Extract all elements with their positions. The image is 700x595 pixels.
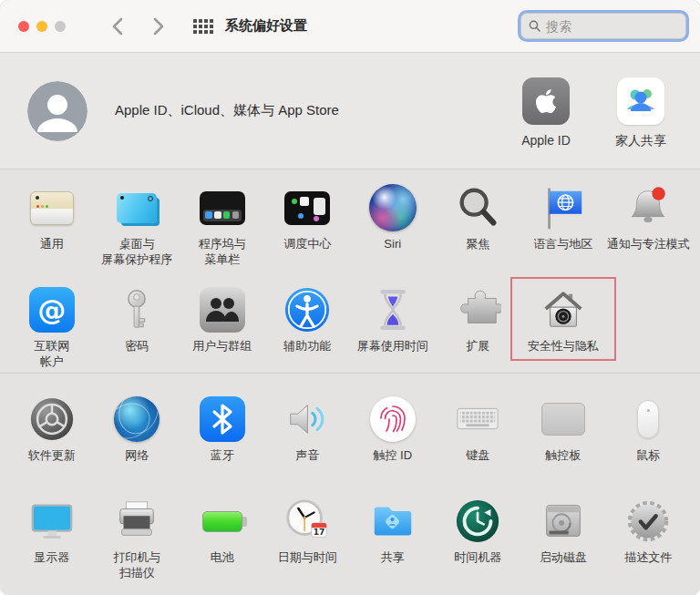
pref-label: 显示器 [34,550,69,566]
battery-icon [202,495,242,548]
pref-profiles[interactable]: 描述文件 [606,483,692,585]
pref-passwords[interactable]: 密码 [95,272,180,374]
pref-screen-time[interactable]: 屏幕使用时间 [350,272,436,374]
shortcut-label: Apple ID [521,133,571,148]
system-preferences-window: 系统偏好设置 Apple ID、iCloud、媒体与 App Store App… [0,0,700,595]
pref-startup-disk[interactable]: 启动磁盘 [520,483,606,585]
pref-label: 共享 [381,550,405,566]
pref-software-update[interactable]: 软件更新 [9,381,95,483]
pref-row-1: 通用 桌面与 屏幕保护程序 程序坞与 菜单栏 调度中心 Siri [0,169,700,272]
traffic-lights [18,21,66,32]
back-button[interactable] [106,15,128,37]
pref-label: 声音 [295,448,319,464]
pref-label: 描述文件 [624,550,672,566]
pref-extensions[interactable]: 扩展 [436,272,521,374]
minimize-button[interactable] [36,21,47,32]
pref-label: 时间机器 [454,550,501,566]
titlebar: 系统偏好设置 [0,0,700,53]
pref-label: 启动磁盘 [540,550,587,566]
pref-label: 通知与专注模式 [607,237,690,252]
pref-mission-control[interactable]: 调度中心 [265,169,351,272]
notification-bell-icon [624,181,672,234]
pref-label: 聚焦 [466,237,489,252]
pref-bluetooth[interactable]: 蓝牙 [180,381,265,483]
speaker-icon [283,393,331,446]
shortcut-label: 家人共享 [615,133,666,149]
apple-id-shortcut[interactable]: Apple ID [510,77,582,149]
profile-seal-icon [624,495,672,548]
pref-keyboard[interactable]: 键盘 [436,381,521,483]
search-icon [529,19,540,33]
pref-sharing[interactable]: 共享 [350,483,436,585]
mouse-icon [637,393,659,446]
pref-displays[interactable]: 显示器 [9,483,95,585]
dock-menubar-icon [200,181,245,234]
pref-label: 软件更新 [28,448,76,464]
pref-notifications-focus[interactable]: 通知与专注模式 [606,169,692,272]
pref-label: 程序坞与 菜单栏 [199,237,246,268]
close-button[interactable] [18,21,29,32]
pref-language-region[interactable]: 语言与地区 [520,169,606,272]
apple-logo-icon [522,77,570,125]
pref-touch-id[interactable]: 触控 ID [350,381,436,483]
pref-battery[interactable]: 电池 [180,483,265,585]
siri-orb-icon [369,181,417,234]
family-sharing-icon [617,77,664,125]
zoom-button-disabled [55,21,66,32]
security-house-icon [540,283,587,336]
network-globe-icon [114,393,160,446]
pref-label: 辅助功能 [283,339,331,354]
pref-dock-menubar[interactable]: 程序坞与 菜单栏 [180,169,265,272]
search-input[interactable] [546,19,678,34]
pref-label: 语言与地区 [533,237,592,252]
pref-label: 屏幕使用时间 [357,339,428,354]
pref-siri[interactable]: Siri [350,169,436,272]
pref-security-privacy[interactable]: 安全性与隐私 [520,272,606,374]
pref-mouse[interactable]: 鼠标 [606,381,692,483]
pref-label: 打印机与 扫描仪 [113,550,160,581]
display-monitor-icon [28,495,76,548]
user-avatar[interactable] [27,81,88,141]
pref-sound[interactable]: 声音 [265,381,351,483]
pref-accessibility[interactable]: 辅助功能 [265,272,351,374]
preferences-grid-top: 通用 桌面与 屏幕保护程序 程序坞与 菜单栏 调度中心 Siri [0,169,700,374]
pref-label: 扩展 [466,339,489,354]
keyboard-icon [454,393,501,446]
pref-label: 键盘 [466,448,489,464]
mission-control-icon [284,181,330,234]
pref-date-time[interactable]: 17 日期与时间 [265,483,351,585]
pref-row-4: 显示器 打印机与 扫描仪 电池 [0,483,700,585]
pref-printers-scanners[interactable]: 打印机与 扫描仪 [95,483,180,585]
family-sharing-shortcut[interactable]: 家人共享 [605,77,676,149]
forward-button[interactable] [148,15,170,37]
language-flag-icon [540,181,587,234]
pref-users-groups[interactable]: 用户与群组 [180,272,265,374]
pref-label: 蓝牙 [211,448,234,464]
key-icon [113,283,160,336]
general-window-icon [30,181,74,234]
pref-label: 安全性与隐私 [528,339,599,354]
pref-trackpad[interactable]: 触控板 [520,381,606,483]
pref-label: 用户与群组 [192,339,252,354]
accessibility-icon [283,283,331,336]
pref-general[interactable]: 通用 [9,169,95,272]
pref-label: 日期与时间 [278,550,337,566]
pref-label: 电池 [211,550,234,566]
clock-calendar-icon: 17 [283,495,331,548]
pref-spotlight[interactable]: 聚焦 [436,169,521,272]
pref-label: 通用 [40,237,64,252]
preferences-grid-bottom: 软件更新 网络 蓝牙 [0,374,700,594]
shared-folder-icon [369,495,417,548]
pref-label: 密码 [125,339,149,354]
search-field[interactable] [520,13,686,39]
software-update-gear-icon [28,393,76,446]
pref-network[interactable]: 网络 [95,381,180,483]
pref-internet-accounts[interactable]: @ 互联网 帐户 [9,272,95,374]
pref-time-machine[interactable]: 时间机器 [436,483,521,585]
show-all-grid-icon[interactable] [193,19,213,34]
users-groups-icon [200,283,245,336]
trackpad-icon [541,393,585,446]
apple-id-summary: Apple ID、iCloud、媒体与 App Store [115,102,339,119]
pref-label: 鼠标 [636,448,660,464]
pref-desktop-screensaver[interactable]: 桌面与 屏幕保护程序 [95,169,180,272]
